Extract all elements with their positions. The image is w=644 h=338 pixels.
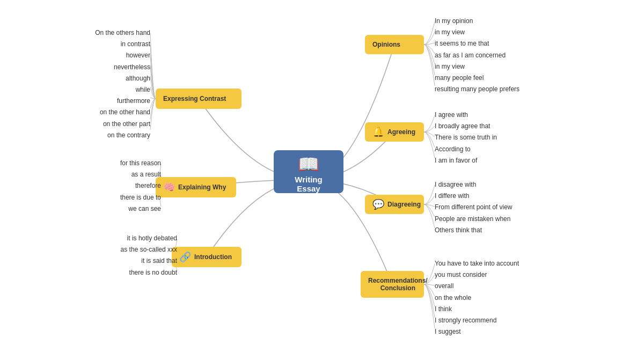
list-item: According to xyxy=(435,144,497,155)
branch-expressing-contrast: Expressing Contrast xyxy=(156,89,241,109)
list-item: we can see xyxy=(16,204,161,214)
book-icon: 📖 xyxy=(298,156,319,173)
list-item: In my opinion xyxy=(435,16,519,26)
explaining-why-label: Explaining Why xyxy=(178,183,226,191)
list-item: on the whole xyxy=(435,293,519,303)
explaining-why-icon: 🧠 xyxy=(163,181,175,193)
introduction-icon: 🔗 xyxy=(179,251,191,263)
list-item: I differe with xyxy=(435,191,513,201)
list-item: You have to take into account xyxy=(435,259,519,269)
list-item: I think xyxy=(435,304,519,314)
leaves-opinions: In my opinionin my viewit seems to me th… xyxy=(435,16,519,94)
list-item: in my view xyxy=(435,62,519,72)
list-item: resulting many people prefers xyxy=(435,84,519,94)
list-item: although xyxy=(5,74,150,84)
introduction-label: Introduction xyxy=(194,253,232,261)
list-item: I suggest xyxy=(435,327,519,337)
list-item: I broadly agree that xyxy=(435,121,497,131)
list-item: Others think that xyxy=(435,225,513,236)
list-item: however xyxy=(5,50,150,61)
agreeing-label: Agreeing xyxy=(387,128,415,136)
center-label: Writing Essay xyxy=(283,175,334,193)
leaves-disagreeing: I disagree withI differe withFrom differ… xyxy=(435,180,513,236)
list-item: There is some truth in xyxy=(435,133,497,143)
list-item: you must consider xyxy=(435,270,519,280)
list-item: furthermore xyxy=(5,96,150,106)
branch-agreeing: 🔔Agreeing xyxy=(365,122,424,142)
list-item: as far as I am concerned xyxy=(435,50,519,61)
list-item: as the so-called xxx xyxy=(32,245,177,255)
branch-explaining-why: 🧠Explaining Why xyxy=(156,177,236,197)
list-item: it is said that xyxy=(32,256,177,266)
recommendations-label: Recommendations/ Conclusion xyxy=(368,277,428,292)
leaves-introduction: it is hotly debatedas the so-called xxxi… xyxy=(32,233,177,278)
agreeing-icon: 🔔 xyxy=(372,126,384,138)
list-item: nevertheless xyxy=(5,62,150,72)
list-item: it is hotly debated xyxy=(32,233,177,244)
list-item: I strongly recommend xyxy=(435,315,519,326)
list-item: on the other hand xyxy=(5,107,150,117)
list-item: there is due to xyxy=(16,193,161,203)
list-item: therefore xyxy=(16,181,161,191)
list-item: I disagree with xyxy=(435,180,513,190)
list-item: it seems to me that xyxy=(435,39,519,49)
branch-disagreeing: 💬Diagreeing xyxy=(365,195,424,214)
branch-recommendations: Recommendations/ Conclusion xyxy=(361,271,424,298)
list-item: many people feel xyxy=(435,73,519,83)
branch-introduction: 🔗Introduction xyxy=(172,247,241,267)
list-item: in my view xyxy=(435,27,519,38)
branch-opinions: Opinions xyxy=(365,35,424,54)
list-item: as a result xyxy=(16,170,161,180)
list-item: in contrast xyxy=(5,39,150,49)
leaves-agreeing: I agree withI broadly agree thatThere is… xyxy=(435,110,497,166)
list-item: for this reason xyxy=(16,158,161,168)
leaves-expressing-contrast: On the others handin contrasthoweverneve… xyxy=(5,28,150,141)
list-item: on the contrary xyxy=(5,130,150,141)
disagreeing-label: Diagreeing xyxy=(387,201,421,208)
list-item: I agree with xyxy=(435,110,497,120)
center-node: 📖 Writing Essay xyxy=(274,150,343,193)
disagreeing-icon: 💬 xyxy=(372,199,384,210)
list-item: From different point of view xyxy=(435,202,513,212)
expressing-contrast-label: Expressing Contrast xyxy=(163,95,226,102)
list-item: On the others hand xyxy=(5,28,150,38)
list-item: on the other part xyxy=(5,119,150,129)
list-item: I am in favor of xyxy=(435,156,497,166)
leaves-explaining-why: for this reasonas a resultthereforethere… xyxy=(16,158,161,214)
list-item: People are mistaken when xyxy=(435,214,513,224)
leaves-recommendations: You have to take into accountyou must co… xyxy=(435,259,519,337)
list-item: overall xyxy=(435,281,519,291)
opinions-label: Opinions xyxy=(372,41,400,48)
list-item: while xyxy=(5,85,150,95)
list-item: there is no doubt xyxy=(32,268,177,278)
